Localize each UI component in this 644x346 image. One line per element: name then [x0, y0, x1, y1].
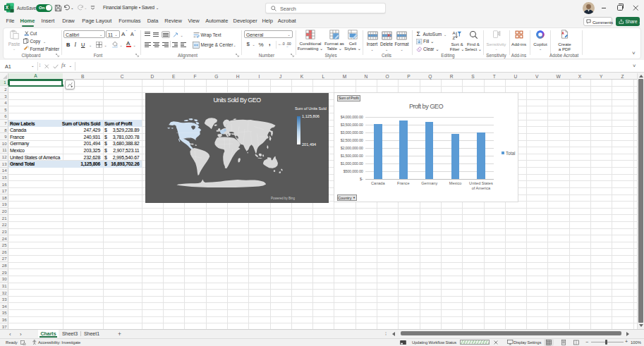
svg-text:Z: Z: [452, 35, 455, 39]
svg-text:A: A: [562, 32, 565, 35]
svg-text:X: X: [6, 5, 9, 10]
